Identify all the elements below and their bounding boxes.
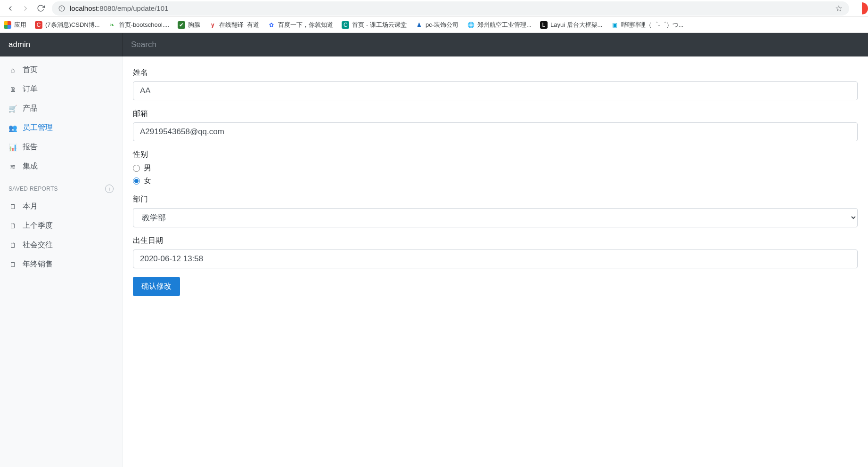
file-text-icon: 🗒 [8, 260, 17, 268]
bookmark-label: 哔哩哔哩（゜-゜）つ... [621, 21, 683, 29]
file-text-icon: 🗒 [8, 222, 17, 230]
gender-female-row[interactable]: 女 [133, 176, 858, 186]
bookmark-item[interactable]: ♟pc-装饰公司 [415, 21, 459, 29]
forward-button[interactable] [18, 1, 33, 16]
sidebar-report-item[interactable]: 🗒 上个季度 [0, 216, 122, 235]
bookmark-label: (7条消息)CSDN博... [45, 21, 100, 29]
sidebar-item-products[interactable]: 🛒 产品 [0, 99, 122, 118]
bookmark-label: 胸腺 [188, 21, 200, 29]
bookmark-star-icon[interactable]: ☆ [835, 3, 843, 14]
name-input[interactable] [133, 81, 858, 100]
browser-toolbar: localhost:8080/emp/update/101 ☆ [0, 0, 868, 17]
sidebar-section-title: SAVED REPORTS [8, 185, 58, 192]
form-group-email: 邮箱 [133, 109, 858, 141]
bookmark-item[interactable]: C首页 - 课工场云课堂 [342, 21, 407, 29]
favicon-icon: ❧ [108, 21, 116, 29]
chart-icon: 📊 [8, 143, 17, 152]
dept-label: 部门 [133, 194, 858, 204]
reload-button[interactable] [33, 1, 48, 16]
gender-male-row[interactable]: 男 [133, 163, 858, 173]
main-content: 姓名 邮箱 性别 男 女 部门 教学部 出生日期 [123, 56, 868, 467]
form-group-birth: 出生日期 [133, 236, 858, 268]
bookmark-item[interactable]: 🌐郑州航空工业管理... [467, 21, 532, 29]
email-label: 邮箱 [133, 109, 858, 119]
bookmark-label: 首页 - 课工场云课堂 [352, 21, 407, 29]
bookmark-bar: 应用 C(7条消息)CSDN博... ❧首页-bootschool.... ✔胸… [0, 17, 868, 33]
url-text: localhost:8080/emp/update/101 [70, 4, 168, 12]
sidebar-item-employees[interactable]: 👥 员工管理 [0, 118, 122, 137]
submit-button[interactable]: 确认修改 [133, 277, 180, 296]
file-icon: 🗎 [8, 85, 17, 93]
sidebar-section-header: SAVED REPORTS + [0, 176, 122, 197]
gender-male-radio[interactable] [133, 165, 140, 172]
bookmark-label: 应用 [14, 21, 26, 29]
birth-label: 出生日期 [133, 236, 858, 246]
bookmark-label: pc-装饰公司 [426, 21, 459, 29]
sidebar-report-item[interactable]: 🗒 本月 [0, 197, 122, 216]
search-wrap [123, 40, 868, 49]
profile-avatar[interactable] [856, 2, 868, 15]
favicon-icon: y [209, 21, 216, 29]
sidebar-item-home[interactable]: ⌂ 首页 [0, 60, 122, 80]
sidebar-item-label: 社会交往 [23, 240, 53, 250]
file-text-icon: 🗒 [8, 202, 17, 210]
bookmark-item[interactable]: ✔胸腺 [178, 21, 200, 29]
bookmark-item[interactable]: C(7条消息)CSDN博... [35, 21, 100, 29]
email-input[interactable] [133, 122, 858, 141]
search-input[interactable] [131, 40, 860, 49]
sidebar-item-reports[interactable]: 📊 报告 [0, 137, 122, 157]
bookmark-item[interactable]: y在线翻译_有道 [209, 21, 259, 29]
sidebar-item-label: 员工管理 [23, 123, 53, 133]
users-icon: 👥 [8, 124, 17, 132]
favicon-icon: C [342, 21, 349, 29]
favicon-icon: L [540, 21, 548, 29]
favicon-icon: C [35, 21, 42, 29]
bookmark-label: 百度一下，你就知道 [278, 21, 333, 29]
bookmark-item[interactable]: ▣哔哩哔哩（゜-゜）つ... [611, 21, 683, 29]
bookmark-item[interactable]: LLayui 后台大框架... [540, 21, 603, 29]
bookmark-label: 郑州航空工业管理... [477, 21, 532, 29]
bookmark-label: Layui 后台大框架... [550, 21, 603, 29]
brand[interactable]: admin [0, 33, 123, 56]
favicon-icon: ♟ [415, 21, 423, 29]
dept-select[interactable]: 教学部 [133, 208, 858, 227]
name-label: 姓名 [133, 68, 858, 78]
back-button[interactable] [3, 1, 18, 16]
sidebar-item-label: 年终销售 [23, 259, 53, 269]
sidebar: ⌂ 首页 🗎 订单 🛒 产品 👥 员工管理 📊 报告 ≋ 集成 SAVED RE… [0, 56, 123, 467]
app-header: admin [0, 33, 868, 56]
bookmark-apps[interactable]: 应用 [4, 21, 26, 29]
layers-icon: ≋ [8, 162, 17, 171]
form-group-name: 姓名 [133, 68, 858, 100]
form-group-gender: 性别 男 女 [133, 150, 858, 186]
favicon-icon: 🌐 [467, 21, 475, 29]
not-secure-icon [58, 5, 65, 12]
birth-input[interactable] [133, 250, 858, 268]
sidebar-item-label: 集成 [23, 161, 38, 171]
sidebar-item-label: 产品 [23, 104, 38, 113]
bookmark-label: 在线翻译_有道 [219, 21, 259, 29]
gender-label: 性别 [133, 150, 858, 160]
gender-female-label: 女 [144, 176, 151, 186]
home-icon: ⌂ [8, 66, 17, 74]
gender-male-label: 男 [144, 163, 151, 173]
gender-female-radio[interactable] [133, 177, 140, 185]
sidebar-item-integrations[interactable]: ≋ 集成 [0, 157, 122, 176]
favicon-icon: ▣ [611, 21, 618, 29]
apps-icon [4, 21, 11, 29]
bookmark-item[interactable]: ✿百度一下，你就知道 [268, 21, 333, 29]
sidebar-item-label: 订单 [23, 84, 38, 94]
sidebar-item-label: 首页 [23, 65, 38, 75]
sidebar-report-item[interactable]: 🗒 年终销售 [0, 255, 122, 274]
sidebar-item-label: 上个季度 [23, 221, 53, 231]
add-report-icon[interactable]: + [105, 185, 114, 193]
favicon-icon: ✿ [268, 21, 275, 29]
address-bar[interactable]: localhost:8080/emp/update/101 ☆ [52, 1, 849, 16]
sidebar-item-orders[interactable]: 🗎 订单 [0, 80, 122, 99]
bookmark-item[interactable]: ❧首页-bootschool.... [108, 21, 170, 29]
sidebar-item-label: 本月 [23, 201, 38, 211]
file-text-icon: 🗒 [8, 241, 17, 249]
favicon-icon: ✔ [178, 21, 185, 29]
sidebar-report-item[interactable]: 🗒 社会交往 [0, 235, 122, 255]
form-group-dept: 部门 教学部 [133, 194, 858, 227]
